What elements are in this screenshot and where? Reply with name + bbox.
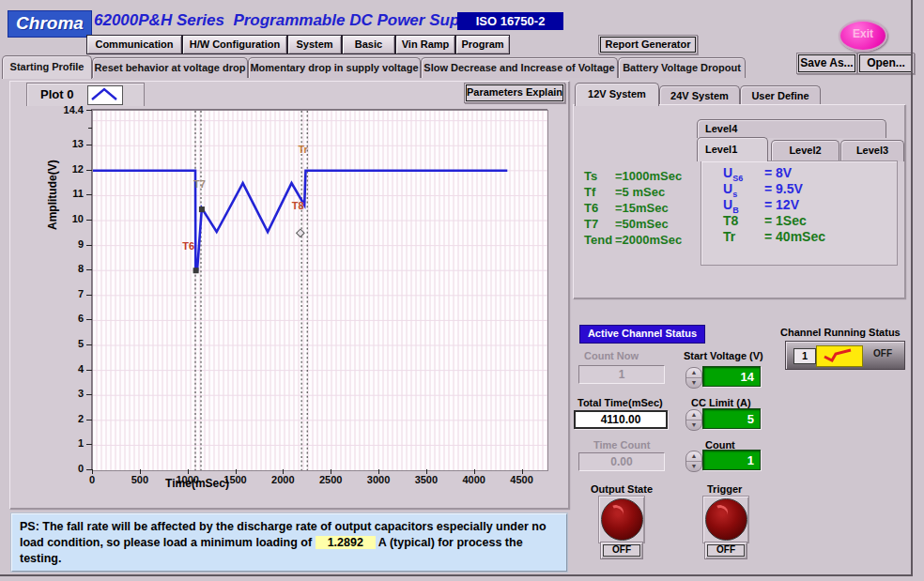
window-right-edge bbox=[911, 0, 913, 576]
communication-button[interactable]: Communication bbox=[86, 35, 182, 54]
y-axis-label: Amplitude(V) bbox=[46, 215, 59, 230]
tab-slow-decrease[interactable]: Slow Decrease and Increase of Voltage bbox=[421, 57, 618, 78]
value-tr: Tr= 40mSec bbox=[723, 229, 825, 247]
y-tick-label: 2 bbox=[58, 413, 84, 424]
waveform-annotation: T8 bbox=[292, 200, 304, 211]
tab-user-define[interactable]: User Define bbox=[740, 85, 821, 106]
output-state-knob-panel bbox=[598, 496, 645, 543]
trigger-off-button[interactable]: OFF bbox=[704, 542, 747, 559]
running-status-value: OFF bbox=[865, 348, 901, 359]
tab-momentary-drop[interactable]: Momentary drop in supply voltage bbox=[248, 57, 421, 78]
value-ub: UB= 12V bbox=[723, 197, 799, 215]
start-voltage-spinner[interactable]: ▲▼ bbox=[685, 367, 702, 389]
value-us6: US6= 8V bbox=[723, 165, 792, 183]
count-field[interactable]: 1 bbox=[702, 450, 761, 470]
start-voltage-label: Start Voltage (V) bbox=[684, 350, 763, 361]
waveform-annotation: T7 bbox=[193, 178, 206, 190]
total-time-field[interactable]: 4110.00 bbox=[574, 410, 668, 429]
waveform-marker[interactable] bbox=[193, 268, 199, 273]
y-tick bbox=[86, 269, 92, 270]
hw-configuration-button[interactable]: H/W Configuration bbox=[182, 35, 287, 54]
basic-button[interactable]: Basic bbox=[342, 35, 395, 54]
x-tick-label: 2000 bbox=[264, 474, 301, 485]
ps-note: PS: The fall rate will be affected by th… bbox=[11, 513, 567, 572]
save-as-button[interactable]: Save As... bbox=[796, 53, 857, 74]
trigger-knob[interactable] bbox=[705, 498, 747, 541]
trigger-knob-panel bbox=[702, 496, 749, 543]
cc-limit-spinner[interactable]: ▲▼ bbox=[685, 409, 702, 431]
parameters-explain-button[interactable]: Parameters Explain bbox=[464, 83, 565, 103]
y-tick bbox=[86, 145, 92, 145]
y-tick-label: 0 bbox=[58, 463, 84, 474]
channel-number: 1 bbox=[793, 348, 816, 364]
output-state-off-button[interactable]: OFF bbox=[600, 542, 643, 559]
tab-battery-dropout[interactable]: Battery Voltage Dropout bbox=[618, 57, 746, 78]
x-tick-label: 4000 bbox=[455, 474, 493, 485]
tab-level3[interactable]: Level3 bbox=[840, 140, 904, 161]
value-t8: T8= 1Sec bbox=[723, 213, 807, 231]
value-us: Us= 9.5V bbox=[723, 181, 803, 199]
waveform-peak-icon[interactable] bbox=[87, 85, 123, 105]
start-voltage-field[interactable]: 14 bbox=[702, 366, 761, 387]
x-tick-label: 4500 bbox=[503, 474, 541, 485]
x-tick-label: 0 bbox=[73, 474, 111, 485]
y-tick bbox=[86, 319, 92, 320]
program-button[interactable]: Program bbox=[455, 35, 510, 54]
output-state-label: Output State bbox=[591, 483, 653, 495]
channel-running-status-toggle[interactable]: 1 OFF bbox=[785, 341, 905, 370]
x-tick-label: 3000 bbox=[360, 474, 397, 485]
y-tick-label: 5 bbox=[58, 338, 84, 349]
exit-button[interactable]: Exit bbox=[839, 20, 887, 52]
channel-running-status-label: Channel Running Status bbox=[780, 327, 901, 338]
output-state-knob[interactable] bbox=[601, 498, 643, 541]
trigger-label: Trigger bbox=[707, 483, 742, 495]
y-tick bbox=[86, 194, 92, 195]
cc-limit-field[interactable]: 5 bbox=[702, 408, 761, 429]
y-tick bbox=[86, 110, 92, 111]
time-count-field: 0.00 bbox=[578, 452, 665, 471]
tab-level2[interactable]: Level2 bbox=[771, 140, 839, 161]
y-tick-label: 10 bbox=[58, 213, 84, 224]
report-generator-button[interactable]: Report Generator bbox=[598, 35, 698, 54]
count-now-label: Count Now bbox=[584, 350, 639, 361]
y-tick-label: 3 bbox=[58, 388, 84, 399]
open-button[interactable]: Open... bbox=[857, 53, 915, 74]
tab-24v-system[interactable]: 24V System bbox=[659, 85, 740, 106]
y-tick-label: 11 bbox=[58, 188, 84, 199]
param-tf: Tf=5 mSec bbox=[584, 185, 665, 199]
count-spinner[interactable]: ▲▼ bbox=[685, 451, 702, 472]
plot-title: Plot 0 bbox=[40, 87, 73, 101]
y-tick-label: 12 bbox=[58, 163, 84, 175]
y-tick bbox=[86, 344, 92, 345]
tab-level4[interactable]: Level4 bbox=[697, 119, 886, 138]
y-tick bbox=[86, 394, 92, 395]
y-tick-label: 8 bbox=[58, 263, 84, 274]
y-tick bbox=[86, 469, 92, 470]
waveform-marker[interactable] bbox=[199, 206, 205, 212]
tab-starting-profile[interactable]: Starting Profile bbox=[2, 55, 92, 79]
y-tick-label: 6 bbox=[58, 313, 84, 324]
app-title: 62000P&H Series Programmable DC Power Su… bbox=[94, 11, 483, 30]
tab-level1[interactable]: Level1 bbox=[697, 137, 768, 161]
system-button[interactable]: System bbox=[287, 35, 342, 54]
waveform-marker[interactable] bbox=[297, 229, 304, 237]
param-tend: Tend=2000mSec bbox=[584, 233, 682, 247]
tab-reset-behavior[interactable]: Reset behavior at voltage drop bbox=[92, 57, 248, 78]
vin-ramp-button[interactable]: Vin Ramp bbox=[395, 35, 455, 54]
plot-area[interactable]: T6T7T8Tr bbox=[92, 110, 548, 471]
param-ts: Ts=1000mSec bbox=[584, 169, 682, 183]
x-tick-label: 2500 bbox=[312, 474, 349, 485]
iso-standard-badge: ISO 16750-2 bbox=[457, 12, 563, 30]
y-tick bbox=[86, 420, 92, 420]
y-tick bbox=[86, 220, 92, 221]
y-tick-label: 13 bbox=[58, 138, 84, 149]
min-loading-value: 1.2892 bbox=[316, 536, 376, 549]
y-tick bbox=[86, 295, 92, 296]
x-axis-label: Time(mSec) bbox=[141, 477, 254, 490]
window-bottom-edge bbox=[0, 574, 913, 576]
y-tick bbox=[86, 170, 92, 171]
tab-12v-system[interactable]: 12V System bbox=[575, 83, 659, 106]
plot-legend[interactable]: Plot 0 bbox=[26, 83, 145, 106]
y-tick bbox=[86, 245, 92, 246]
y-tick-label: 1 bbox=[58, 437, 84, 449]
